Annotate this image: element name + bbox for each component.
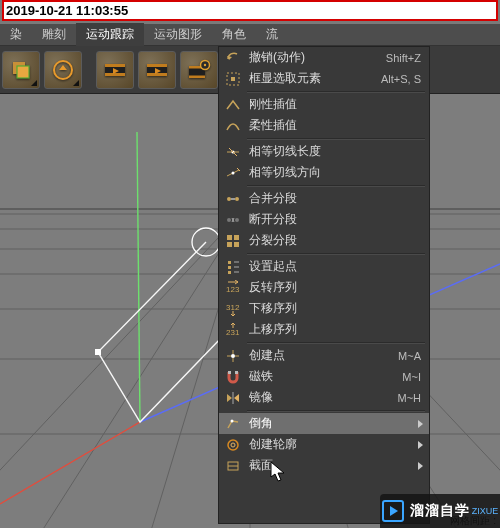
frame-sel-icon [225,71,241,87]
svg-text:123: 123 [226,285,240,294]
menu-item-split-pts[interactable]: 分裂分段 [219,230,429,251]
menu-item-create-pt[interactable]: 创建点M~A [219,345,429,366]
tab-pipeline[interactable]: 流 [256,23,288,46]
break-pts-icon [225,212,241,228]
outline-icon [225,437,241,453]
menu-label: 相等切线长度 [249,143,321,160]
toolbar-btn-1-icon[interactable] [2,51,40,89]
menu-label: 断开分段 [249,211,297,228]
tab-character[interactable]: 角色 [212,23,256,46]
merge-pts-icon [225,191,241,207]
menu-item-undo-curve[interactable]: 撤销(动作)Shift+Z [219,47,429,68]
menu-item-tangent-len[interactable]: 相等切线长度 [219,141,429,162]
menu-shortcut: Alt+S, S [381,73,421,85]
menu-item-seq-up[interactable]: 231上移序列 [219,319,429,340]
seq-down-icon: 312 [225,301,241,317]
menu-label: 上移序列 [249,321,297,338]
tab-render[interactable]: 染 [0,23,32,46]
menu-item-seq-down[interactable]: 312下移序列 [219,298,429,319]
menu-tabs: 染 雕刻 运动跟踪 运动图形 角色 流 [0,24,500,46]
magnet-icon [225,369,241,385]
svg-point-42 [227,197,231,201]
chamfer-icon [225,416,241,432]
seq-up-icon: 231 [225,322,241,338]
svg-rect-46 [227,235,232,240]
menu-label: 磁铁 [249,368,273,385]
tangent-len-icon [225,144,241,160]
menu-item-frame-sel[interactable]: 框显选取元素Alt+S, S [219,68,429,89]
svg-rect-51 [228,266,231,269]
svg-rect-9 [147,73,167,76]
menu-shortcut: Shift+Z [386,52,421,64]
svg-rect-37 [231,77,235,81]
svg-rect-47 [234,235,239,240]
svg-rect-8 [147,64,167,67]
svg-text:231: 231 [226,328,240,337]
menu-label: 反转序列 [249,279,297,296]
set-start-icon [225,259,241,275]
menu-label: 相等切线方向 [249,164,321,181]
menu-item-magnet[interactable]: 磁铁M~I [219,366,429,387]
svg-rect-13 [189,75,205,78]
menu-label: 设置起点 [249,258,297,275]
svg-point-45 [235,218,239,222]
tangent-dir-icon [225,165,241,181]
menu-item-set-start[interactable]: 设置起点 [219,256,429,277]
create-pt-icon [225,348,241,364]
svg-rect-48 [227,242,232,247]
split-pts-icon [225,233,241,249]
svg-rect-58 [235,371,238,374]
menu-shortcut: M~A [398,350,421,362]
undo-curve-icon [225,50,241,66]
svg-point-15 [204,63,206,65]
svg-point-41 [232,171,235,174]
menu-label: 分裂分段 [249,232,297,249]
watermark-text: 溜溜自学 [410,502,470,520]
menu-item-outline[interactable]: 创建轮廓 [219,434,429,455]
timestamp-overlay: 2019-10-21 11:03:55 [2,0,498,21]
menu-item-merge-pts[interactable]: 合并分段 [219,188,429,209]
menu-label: 倒角 [249,415,273,432]
menu-item-tangent-dir[interactable]: 相等切线方向 [219,162,429,183]
menu-label: 框显选取元素 [249,70,321,87]
menu-label: 柔性插值 [249,117,297,134]
menu-item-seq-rev[interactable]: 123反转序列 [219,277,429,298]
toolbar-btn-2-icon[interactable] [44,51,82,89]
curve-soft-icon [225,118,241,134]
tab-sculpt[interactable]: 雕刻 [32,23,76,46]
curve-hard-icon [225,97,241,113]
svg-point-43 [235,197,239,201]
toolbar-btn-film-2-icon[interactable] [138,51,176,89]
svg-marker-59 [227,394,232,402]
svg-rect-57 [228,371,231,374]
seq-rev-icon: 123 [225,280,241,296]
svg-point-56 [231,354,235,358]
menu-label: 镜像 [249,389,273,406]
menu-label: 下移序列 [249,300,297,317]
svg-rect-4 [105,64,125,67]
svg-point-62 [228,440,238,450]
svg-rect-35 [95,349,101,355]
svg-rect-49 [234,242,239,247]
svg-text:312: 312 [226,303,240,312]
toolbar-btn-film-gear-icon[interactable] [180,51,218,89]
toolbar-btn-film-1-icon[interactable] [96,51,134,89]
mirror-icon [225,390,241,406]
menu-item-chamfer[interactable]: 倒角 [219,413,429,434]
play-icon [382,500,404,522]
menu-shortcut: M~I [402,371,421,383]
menu-item-curve-hard[interactable]: 刚性插值 [219,94,429,115]
menu-item-section[interactable]: 截面 [219,455,429,476]
tab-motion-graphics[interactable]: 运动图形 [144,23,212,46]
mouse-cursor [270,461,286,483]
svg-rect-1 [17,66,29,78]
menu-label: 撤销(动作) [249,49,305,66]
menu-item-mirror[interactable]: 镜像M~H [219,387,429,408]
watermark-sub: ZIXUE [472,506,499,516]
menu-item-break-pts[interactable]: 断开分段 [219,209,429,230]
tab-motion-tracking[interactable]: 运动跟踪 [76,23,144,46]
menu-item-curve-soft[interactable]: 柔性插值 [219,115,429,136]
svg-marker-60 [234,394,239,402]
menu-shortcut: M~H [397,392,421,404]
menu-label: 创建轮廓 [249,436,297,453]
